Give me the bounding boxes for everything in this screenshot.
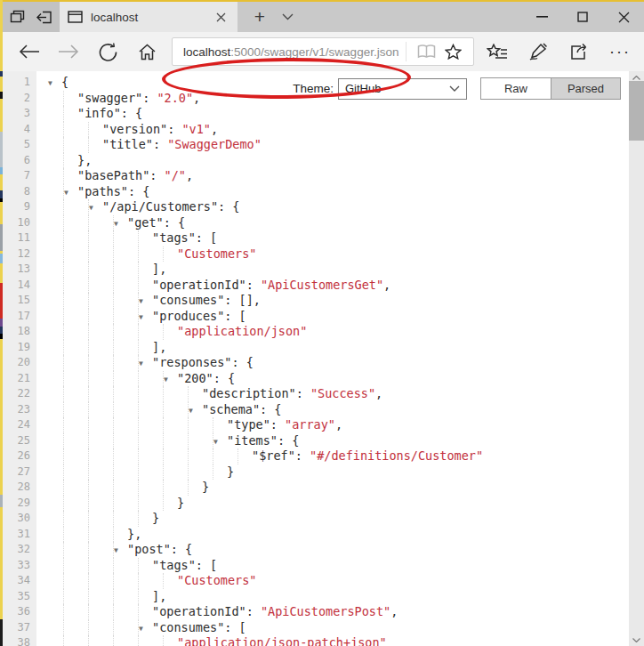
tab-title: localhost — [91, 11, 212, 24]
collapse-toggle-icon[interactable]: ▼ — [89, 200, 93, 216]
maximize-button[interactable] — [562, 2, 603, 32]
reading-view-icon[interactable] — [413, 39, 439, 64]
json-line: 22"description": "Success", — [3, 386, 629, 402]
indent-guide — [138, 573, 139, 589]
json-key-punct: "swagger": — [77, 91, 157, 105]
json-key-punct: , — [193, 91, 200, 105]
json-line-text: "version": "v1", — [3, 122, 218, 138]
collapse-toggle-icon[interactable]: ▼ — [114, 216, 118, 232]
refresh-icon[interactable] — [88, 34, 127, 69]
line-number: 27 — [3, 464, 30, 480]
hub-favorites-icon[interactable] — [479, 35, 516, 69]
tab-close-icon[interactable] — [212, 8, 229, 26]
set-tabs-aside-icon[interactable] — [5, 4, 30, 29]
parsed-button[interactable]: Parsed — [551, 78, 620, 99]
raw-button[interactable]: Raw — [481, 78, 551, 99]
theme-select[interactable]: GitHub — [338, 78, 467, 100]
indent-guide — [163, 496, 164, 512]
json-line: 20▼"responses": { — [3, 355, 629, 371]
minimize-button[interactable] — [521, 2, 562, 32]
back-button[interactable] — [10, 34, 49, 69]
indent-guide — [113, 324, 114, 340]
indent-guide — [138, 371, 139, 387]
indent-guide — [63, 293, 64, 309]
json-line: 31}, — [3, 527, 629, 543]
line-number: 19 — [3, 340, 30, 356]
json-key-punct: ], — [152, 340, 166, 354]
indent-guide — [138, 433, 139, 449]
collapse-toggle-icon[interactable]: ▼ — [64, 185, 68, 201]
indent-guide — [88, 324, 89, 340]
theme-value: GitHub — [345, 82, 449, 95]
indent-guide — [113, 293, 114, 309]
indent-guide — [63, 433, 64, 449]
line-number: 7 — [3, 168, 30, 184]
home-icon[interactable] — [127, 34, 166, 69]
new-tab-button[interactable]: + — [248, 6, 271, 28]
line-number: 3 — [3, 106, 30, 122]
tab-preview-chevron-icon[interactable] — [277, 9, 298, 25]
page-icon — [68, 11, 83, 23]
share-icon[interactable] — [560, 35, 598, 69]
more-options-icon[interactable]: ··· — [601, 35, 639, 69]
tab-localhost[interactable]: localhost — [60, 2, 237, 32]
json-line: 6}, — [3, 153, 629, 169]
json-line-text: "responses": { — [3, 355, 254, 371]
indent-guide — [63, 309, 64, 325]
indent-guide — [138, 386, 139, 402]
indent-guide — [63, 153, 64, 169]
json-key-punct: "basePath": — [77, 168, 165, 182]
collapse-toggle-icon[interactable]: ▼ — [139, 621, 143, 637]
indent-guide — [113, 386, 114, 402]
json-key-punct: } — [227, 464, 234, 479]
line-number: 17 — [3, 309, 30, 325]
indent-guide — [113, 620, 114, 636]
collapse-toggle-icon[interactable]: ▼ — [139, 356, 143, 372]
json-key-punct: "consumes": [], — [152, 293, 261, 307]
scroll-down-icon[interactable] — [629, 634, 644, 646]
json-line: 11"tags": [ — [3, 230, 629, 246]
json-line-text: "type": "array", — [3, 417, 342, 433]
collapse-toggle-icon[interactable]: ▼ — [139, 310, 143, 326]
collapse-toggle-icon[interactable]: ▼ — [189, 403, 193, 419]
json-line: 7"basePath": "/", — [3, 168, 629, 184]
scrollbar-thumb[interactable] — [629, 81, 644, 141]
tabs-set-aside-icon[interactable] — [32, 4, 57, 29]
json-key-punct: "get": { — [127, 215, 185, 230]
web-notes-pen-icon[interactable] — [519, 35, 557, 69]
json-string-value: "ApiCustomersGet" — [261, 278, 383, 292]
json-line: 13], — [3, 262, 629, 278]
line-number: 35 — [3, 589, 30, 605]
line-number: 4 — [3, 122, 30, 138]
indent-guide — [163, 480, 164, 496]
json-key-punct: "200": { — [177, 371, 235, 385]
json-line: 35], — [3, 589, 629, 605]
line-number: 13 — [3, 262, 30, 278]
line-number: 29 — [3, 496, 30, 512]
indent-guide — [63, 604, 64, 620]
collapse-toggle-icon[interactable]: ▼ — [213, 434, 218, 450]
collapse-toggle-icon[interactable]: ▼ — [139, 294, 143, 310]
favorite-star-icon[interactable] — [439, 39, 466, 64]
json-key-punct: "operationId": — [152, 278, 261, 292]
line-number: 26 — [3, 448, 30, 464]
indent-guide — [63, 573, 64, 589]
json-line: 18"application/json" — [3, 324, 629, 340]
line-number: 31 — [3, 527, 30, 543]
collapse-toggle-icon[interactable]: ▼ — [114, 543, 118, 559]
json-key-punct: "consumes": [ — [152, 620, 246, 634]
json-string-value: "array" — [285, 417, 335, 432]
json-line: 10▼"get": { — [3, 215, 629, 231]
address-bar[interactable]: localhost:5000/swagger/v1/swagger.json — [172, 37, 474, 66]
indent-guide — [113, 371, 114, 387]
indent-guide — [63, 262, 64, 278]
collapse-toggle-icon[interactable]: ▼ — [48, 76, 52, 92]
json-line-text: "post": { — [3, 542, 192, 558]
close-window-button[interactable] — [603, 2, 644, 32]
forward-button[interactable] — [49, 34, 88, 69]
collapse-toggle-icon[interactable]: ▼ — [164, 372, 168, 388]
indent-guide — [138, 511, 139, 527]
scrollbar[interactable] — [629, 71, 644, 646]
line-number: 30 — [3, 511, 30, 527]
indent-guide — [88, 417, 89, 433]
